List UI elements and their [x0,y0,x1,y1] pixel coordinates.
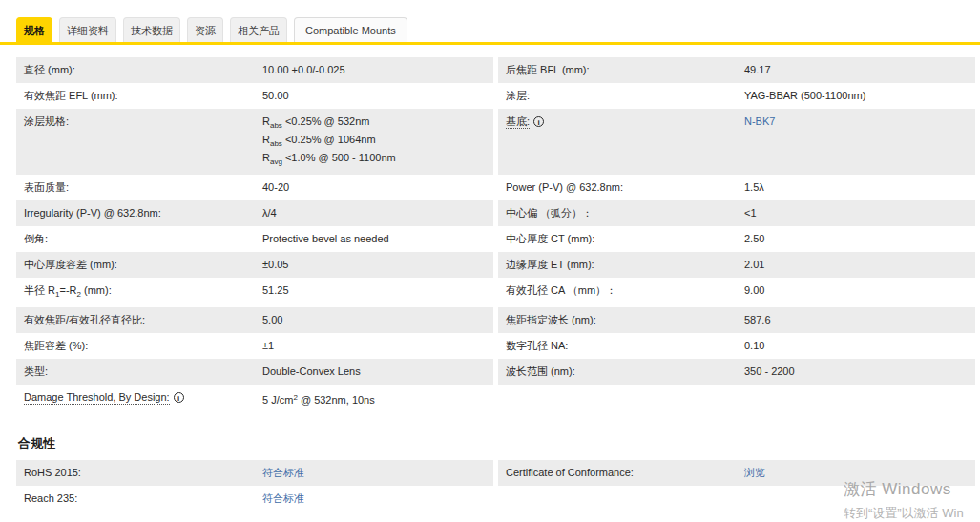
tab-specs[interactable]: 规格 [16,17,52,42]
spec-value: Rabs <0.25% @ 532nmRabs <0.25% @ 1064nmR… [262,115,396,169]
spec-value: <1 [744,206,757,220]
spec-value: 2.01 [744,258,764,272]
compliance-heading: 合规性 [18,435,980,452]
spec-cell: 倒角:Protective bevel as needed [16,226,493,252]
spec-label: 有效孔径 CA （mm）： [506,283,744,298]
n-bk7-link[interactable]: N-BK7 [744,115,775,129]
table-row: Damage Threshold, By Design:i5 J/cm2 @ 5… [16,385,975,413]
tab-resources[interactable]: 资源 [187,17,223,42]
spec-cell: 基底:iN-BK7 [498,109,975,175]
table-row: RoHS 2015:符合标准Certificate of Conformance… [16,460,975,486]
spec-label: 边缘厚度 ET (mm): [506,258,744,272]
table-row: 类型:Double-Convex Lens波长范围 (nm):350 - 220… [16,359,975,385]
spec-cell: 直径 (mm):10.00 +0.0/-0.025 [16,57,493,83]
spec-cell: 有效焦距 EFL (mm):50.00 [16,83,493,109]
spec-cell: 焦距容差 (%):±1 [16,333,493,359]
spec-label: 直径 (mm): [24,63,262,77]
spec-cell: 中心偏 （弧分）：<1 [498,200,975,226]
spec-label: 后焦距 BFL (mm): [506,63,744,77]
tab-details[interactable]: 详细资料 [59,17,116,42]
spec-cell: 类型:Double-Convex Lens [16,359,493,385]
tab-compatible-mounts[interactable]: Compatible Mounts [294,17,407,42]
spec-cell: 涂层规格:Rabs <0.25% @ 532nmRabs <0.25% @ 10… [16,109,493,175]
spec-cell: Irregularity (P-V) @ 632.8nm:λ/4 [16,200,493,226]
spec-value: 5 J/cm2 @ 532nm, 10ns [262,390,375,407]
compliance-table: RoHS 2015:符合标准Certificate of Conformance… [16,460,975,512]
spec-label: 焦距指定波长 (nm): [506,313,744,327]
spec-table: 直径 (mm):10.00 +0.0/-0.025后焦距 BFL (mm):49… [16,57,975,413]
coc-view-link[interactable]: 浏览 [744,466,765,480]
spec-label: 中心厚度 CT (mm): [506,232,744,246]
spec-cell [498,385,975,413]
spec-cell: 边缘厚度 ET (mm):2.01 [498,252,975,278]
spec-cell: 中心厚度 CT (mm):2.50 [498,226,975,252]
spec-cell: 表面质量:40-20 [16,175,493,200]
spec-cell: Damage Threshold, By Design:i5 J/cm2 @ 5… [16,385,493,413]
spec-label: 波长范围 (nm): [506,365,744,379]
spec-label: 类型: [24,365,262,379]
spec-cell: 有效焦距/有效孔径直径比:5.00 [16,307,493,333]
tab-related-products[interactable]: 相关产品 [230,17,287,42]
spec-value: 5.00 [262,313,282,327]
spec-value: 49.17 [744,63,771,77]
spec-cell: Reach 235:符合标准 [16,486,493,512]
spec-value: 587.6 [744,313,771,327]
table-row: 倒角:Protective bevel as needed中心厚度 CT (mm… [16,226,975,252]
spec-label: 焦距容差 (%): [24,339,262,353]
spec-value: ±1 [262,339,274,353]
spec-label: Irregularity (P-V) @ 632.8nm: [24,206,262,220]
spec-label: 涂层规格: [24,115,262,129]
table-row: 有效焦距 EFL (mm):50.00涂层:YAG-BBAR (500-1100… [16,83,975,109]
spec-label: 数字孔径 NA: [506,339,744,353]
table-row: 焦距容差 (%):±1数字孔径 NA:0.10 [16,333,975,359]
spec-value: YAG-BBAR (500-1100nm) [744,89,865,103]
spec-value: 51.25 [262,283,289,298]
table-row: Reach 235:符合标准 [16,486,975,512]
table-row: 直径 (mm):10.00 +0.0/-0.025后焦距 BFL (mm):49… [16,57,975,83]
spec-cell: 焦距指定波长 (nm):587.6 [498,307,975,333]
spec-value: 1.5λ [744,180,764,195]
table-row: 半径 R1=-R2 (mm):51.25有效孔径 CA （mm）：9.00 [16,278,975,307]
spec-cell: 涂层:YAG-BBAR (500-1100nm) [498,83,975,109]
spec-value: 10.00 +0.0/-0.025 [262,63,345,77]
spec-cell: 中心厚度容差 (mm):±0.05 [16,252,493,278]
spec-value: 9.00 [744,283,764,298]
info-icon[interactable]: i [174,392,184,403]
spec-cell: RoHS 2015:符合标准 [16,460,493,486]
spec-value: 350 - 2200 [744,365,795,379]
spec-value: λ/4 [262,206,277,220]
reach-compliant-link[interactable]: 符合标准 [262,491,304,506]
spec-label: 倒角: [24,232,262,246]
spec-label: 中心偏 （弧分）： [506,206,744,220]
spec-label: Damage Threshold, By Design:i [24,390,262,405]
spec-value: Double-Convex Lens [262,365,361,379]
rohs-compliant-link[interactable]: 符合标准 [262,466,304,480]
spec-value: ±0.05 [262,258,288,272]
spec-value: Protective bevel as needed [262,232,389,246]
spec-label: 有效焦距 EFL (mm): [24,89,262,103]
spec-cell: 后焦距 BFL (mm):49.17 [498,57,975,83]
spec-cell [498,486,975,512]
spec-value: 50.00 [262,89,289,103]
spec-label: 表面质量: [24,180,262,195]
spec-cell: 有效孔径 CA （mm）：9.00 [498,278,975,307]
tab-bar: 规格详细资料技术数据资源相关产品Compatible Mounts [0,0,980,45]
spec-label: 中心厚度容差 (mm): [24,258,262,272]
spec-label: Reach 235: [24,491,262,506]
spec-value: 40-20 [262,180,289,195]
spec-value: 2.50 [744,232,764,246]
spec-value: 0.10 [744,339,764,353]
spec-cell: 波长范围 (nm):350 - 2200 [498,359,975,385]
info-icon[interactable]: i [533,116,544,127]
spec-label: RoHS 2015: [24,466,262,480]
table-row: 中心厚度容差 (mm):±0.05边缘厚度 ET (mm):2.01 [16,252,975,278]
spec-cell: 数字孔径 NA:0.10 [498,333,975,359]
spec-cell: Power (P-V) @ 632.8nm:1.5λ [498,175,975,200]
table-row: 有效焦距/有效孔径直径比:5.00焦距指定波长 (nm):587.6 [16,307,975,333]
table-row: Irregularity (P-V) @ 632.8nm:λ/4中心偏 （弧分）… [16,200,975,226]
table-row: 涂层规格:Rabs <0.25% @ 532nmRabs <0.25% @ 10… [16,109,975,175]
table-row: 表面质量:40-20Power (P-V) @ 632.8nm:1.5λ [16,175,975,200]
spec-label: Certificate of Conformance: [506,466,744,480]
spec-cell: 半径 R1=-R2 (mm):51.25 [16,278,493,307]
tab-tech-data[interactable]: 技术数据 [123,17,180,42]
